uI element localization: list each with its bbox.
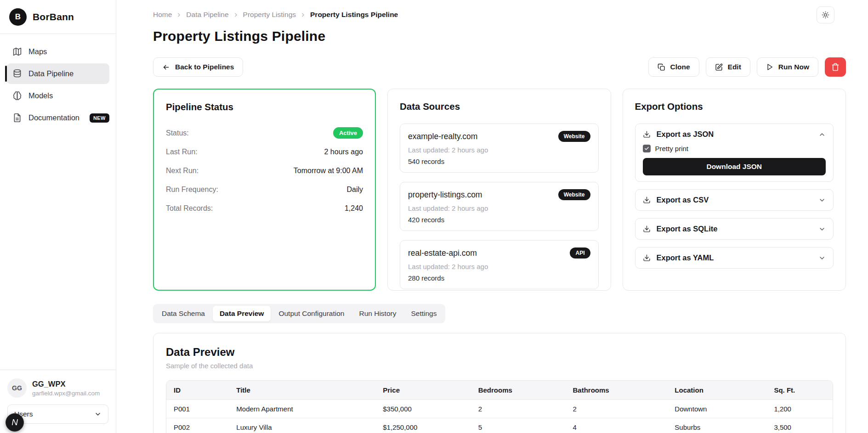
status-badge: Active	[333, 127, 363, 139]
brand-name: BorBann	[33, 11, 74, 22]
theme-toggle-button[interactable]	[817, 6, 834, 23]
tab-output-configuration[interactable]: Output Configuration	[272, 306, 351, 321]
status-row: Last Run: 2 hours ago	[166, 142, 363, 161]
sidebar-item-maps[interactable]: Maps	[6, 41, 109, 62]
column-header-sqft: Sq. Ft.	[766, 381, 833, 400]
breadcrumb-link-home[interactable]: Home	[153, 11, 172, 19]
source-type-badge: API	[570, 247, 590, 259]
source-name: real-estate-api.com	[408, 248, 477, 258]
brand-logo: B	[9, 8, 27, 26]
export-json-toggle[interactable]: Export as JSON	[643, 130, 826, 139]
chevron-down-icon	[818, 225, 826, 233]
cell-sqft: 1,200	[766, 400, 833, 418]
data-source-item[interactable]: example-realty.com Website Last updated:…	[400, 124, 599, 173]
export-yaml-accordion: Export as YAML	[635, 247, 834, 269]
export-csv-toggle[interactable]: Export as CSV	[643, 196, 826, 204]
data-preview-title: Data Preview	[166, 346, 833, 359]
user-email: garfield.wpx@gmail.com	[32, 390, 100, 397]
data-sources-title: Data Sources	[400, 101, 599, 112]
column-header-location: Location	[667, 381, 766, 400]
download-json-button[interactable]: Download JSON	[643, 158, 826, 175]
main-content: Home Data Pipeline Property Listings Pro…	[116, 6, 868, 433]
source-name: example-realty.com	[408, 132, 477, 141]
export-sqlite-toggle[interactable]: Export as SQLite	[643, 225, 826, 233]
data-preview-table: ID Title Price Bedrooms Bathrooms Locati…	[166, 380, 833, 433]
export-csv-label: Export as CSV	[657, 196, 709, 204]
pretty-print-checkbox[interactable]	[643, 145, 651, 152]
source-updated: Last updated: 2 hours ago	[408, 146, 590, 154]
export-yaml-label: Export as YAML	[657, 253, 714, 262]
pencil-icon	[715, 63, 723, 71]
sidebar-item-label: Models	[28, 91, 53, 100]
column-header-bathrooms: Bathrooms	[566, 381, 668, 400]
new-badge: NEW	[90, 113, 109, 123]
data-source-item[interactable]: property-listings.com Website Last updat…	[400, 182, 599, 231]
sidebar-item-label: Maps	[28, 47, 47, 56]
cell-bedrooms: 2	[471, 400, 566, 418]
source-records: 540 records	[408, 157, 590, 165]
tab-run-history[interactable]: Run History	[352, 306, 403, 321]
run-now-button[interactable]: Run Now	[757, 57, 818, 77]
export-csv-accordion: Export as CSV	[635, 189, 834, 211]
status-row: Status: Active	[166, 124, 363, 142]
pipeline-status-rows: Status: Active Last Run: 2 hours ago Nex…	[166, 124, 363, 218]
tab-data-preview[interactable]: Data Preview	[213, 306, 271, 321]
export-options-card: Export Options Export as JSON Pretty pri	[623, 89, 846, 291]
chevron-down-icon	[94, 411, 102, 418]
dev-tools-badge[interactable]: N	[6, 413, 24, 432]
export-sqlite-label: Export as SQLite	[657, 225, 718, 233]
source-records: 420 records	[408, 216, 590, 224]
sidebar: B BorBann Maps Data Pipeline Models Do	[0, 0, 116, 433]
chevron-down-icon	[818, 197, 826, 204]
export-json-accordion: Export as JSON Pretty print Download JSO…	[635, 124, 834, 182]
chevron-right-icon	[233, 12, 239, 18]
cell-price: $1,250,000	[375, 418, 471, 433]
status-row: Total Records: 1,240	[166, 199, 363, 218]
table-header-row: ID Title Price Bedrooms Bathrooms Locati…	[166, 381, 833, 400]
sidebar-nav: Maps Data Pipeline Models Documentation …	[0, 34, 116, 135]
source-type-badge: Website	[558, 189, 590, 200]
delete-button[interactable]	[825, 57, 846, 77]
status-label: Total Records:	[166, 204, 213, 213]
sidebar-item-models[interactable]: Models	[6, 85, 109, 106]
export-yaml-toggle[interactable]: Export as YAML	[643, 253, 826, 262]
export-options-title: Export Options	[635, 101, 834, 112]
export-json-label: Export as JSON	[657, 130, 714, 139]
source-updated: Last updated: 2 hours ago	[408, 204, 590, 212]
column-header-price: Price	[375, 381, 471, 400]
edit-label: Edit	[728, 63, 741, 71]
breadcrumb-link-property-listings[interactable]: Property Listings	[243, 11, 296, 19]
data-source-item[interactable]: real-estate-api.com API Last updated: 2 …	[400, 240, 599, 289]
cell-bathrooms: 4	[566, 418, 668, 433]
back-to-pipelines-button[interactable]: Back to Pipelines	[153, 57, 243, 77]
tab-data-schema[interactable]: Data Schema	[155, 306, 212, 321]
sun-icon	[822, 11, 829, 19]
sidebar-item-data-pipeline[interactable]: Data Pipeline	[6, 63, 109, 84]
column-header-id: ID	[166, 381, 229, 400]
user-profile[interactable]: GG GG_WPX garfield.wpx@gmail.com	[7, 378, 108, 398]
export-sqlite-accordion: Export as SQLite	[635, 218, 834, 240]
brand: B BorBann	[0, 0, 116, 34]
breadcrumb-link-data-pipeline[interactable]: Data Pipeline	[186, 11, 228, 19]
status-label: Run Frequency:	[166, 186, 218, 194]
download-icon	[643, 196, 651, 204]
sidebar-item-documentation[interactable]: Documentation NEW	[6, 107, 109, 128]
copy-icon	[658, 63, 665, 71]
clone-button[interactable]: Clone	[648, 57, 699, 77]
pretty-print-option[interactable]: Pretty print	[643, 145, 826, 152]
page-title: Property Listings Pipeline	[153, 28, 846, 44]
check-icon	[644, 146, 649, 151]
download-icon	[643, 225, 651, 233]
status-label: Last Run:	[166, 148, 197, 156]
sidebar-item-label: Documentation	[28, 113, 79, 122]
run-now-label: Run Now	[778, 63, 809, 71]
tab-settings[interactable]: Settings	[404, 306, 443, 321]
edit-button[interactable]: Edit	[706, 57, 750, 77]
download-icon	[643, 130, 651, 138]
cell-title: Modern Apartment	[229, 400, 375, 418]
actions-row: Back to Pipelines Clone Edit Run Now	[153, 57, 846, 77]
breadcrumb-current: Property Listings Pipeline	[310, 11, 398, 19]
clone-label: Clone	[670, 63, 690, 71]
sidebar-item-label: Data Pipeline	[28, 69, 74, 78]
chevron-down-icon	[818, 254, 826, 262]
